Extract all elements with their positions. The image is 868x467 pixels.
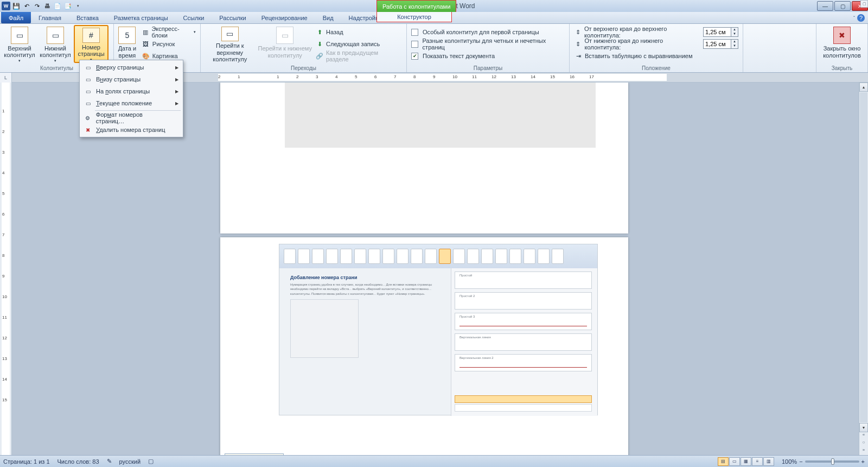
ruler-toggle-icon[interactable]: ▢ xyxy=(860,0,868,8)
spin-up-icon[interactable]: ▲ xyxy=(731,28,738,32)
date-time-button[interactable]: 5 Дата и время xyxy=(116,25,138,63)
web-layout-view-icon[interactable]: ▦ xyxy=(741,457,751,466)
different-first-page-checkbox[interactable]: Особый колонтитул для первой страницы xyxy=(409,26,567,38)
tab-review[interactable]: Рецензирование xyxy=(254,12,315,23)
tab-references[interactable]: Ссылки xyxy=(176,12,212,23)
group-label-navigation: Переходы xyxy=(203,65,404,72)
vertical-ruler[interactable]: 123456789101112131415 xyxy=(0,83,12,455)
menu-page-margins[interactable]: ▭На полях страницы▶ xyxy=(81,85,182,97)
link-previous-button: 🔗Как в предыдущем разделе xyxy=(313,50,404,62)
menu-bottom-of-page[interactable]: ▭Внизу страницы▶ xyxy=(81,73,182,85)
tab-home[interactable]: Главная xyxy=(31,12,69,23)
menu-format-page-numbers[interactable]: ⚙Формат номеров страниц… xyxy=(81,112,182,124)
footer-from-bottom-spinner[interactable]: ▲▼ xyxy=(703,39,738,49)
different-odd-even-checkbox[interactable]: Разные колонтитулы для четных и нечетных… xyxy=(409,38,567,50)
footer-from-bottom-input[interactable] xyxy=(703,39,731,49)
page-number-icon: # xyxy=(82,28,100,43)
scroll-up-icon[interactable]: ▲ xyxy=(859,83,868,92)
scroll-down-icon[interactable]: ▼ xyxy=(859,423,868,432)
spin-down-icon[interactable]: ▼ xyxy=(731,44,738,48)
zoom-level[interactable]: 100% xyxy=(782,458,797,465)
show-document-text-checkbox[interactable]: ✔Показать текст документа xyxy=(409,50,567,62)
link-previous-label: Как в предыдущем разделе xyxy=(326,49,402,62)
ribbon-minimize-icon[interactable]: ˇ xyxy=(853,15,855,21)
page-number-label: Номер страницы xyxy=(75,44,107,58)
picture-button[interactable]: 🖼Рисунок xyxy=(139,38,198,50)
full-screen-view-icon[interactable]: ▭ xyxy=(729,457,740,466)
checkbox-checked-icon: ✔ xyxy=(411,53,418,60)
header-button[interactable]: ▭ Верхний колонтитул▾ xyxy=(2,25,37,63)
view-buttons: ▤ ▭ ▦ ≡ ▥ xyxy=(718,457,774,466)
spin-up-icon[interactable]: ▲ xyxy=(731,40,738,44)
browse-prev-icon[interactable]: « xyxy=(859,432,868,440)
document-canvas[interactable]: Добавление номера страни Нумерация стран… xyxy=(12,83,859,455)
save-icon[interactable]: 💾 xyxy=(12,2,21,10)
footer-from-bottom-row: ⇕От нижнего края до нижнего колонтитула:… xyxy=(572,38,741,50)
document-page: Добавление номера страни Нумерация стран… xyxy=(220,237,628,455)
picture-label: Рисунок xyxy=(152,41,175,47)
title-bar: W 💾 ↶ ↷ 🖶 📄 📑 ▾ Документ1 - Microsoft Wo… xyxy=(0,0,868,12)
help-icon[interactable]: ? xyxy=(857,14,865,22)
zoom-slider[interactable] xyxy=(805,460,859,463)
status-bar: Страница: 1 из 1 Число слов: 83 ✎ русски… xyxy=(0,455,868,467)
tab-insert[interactable]: Вставка xyxy=(69,12,106,23)
tab-design-context[interactable]: Конструктор xyxy=(376,12,452,22)
browse-next-icon[interactable]: » xyxy=(859,447,868,455)
vertical-scrollbar[interactable]: ▲ ▼ « ○ » xyxy=(859,83,868,455)
header-from-top-input[interactable] xyxy=(703,27,731,37)
page-number-button[interactable]: # Номер страницы▾ xyxy=(74,25,108,63)
qat-dropdown-icon[interactable]: ▾ xyxy=(74,2,82,10)
minimize-button[interactable]: — xyxy=(817,1,833,11)
footer-area-tag: Нижний колонтитул xyxy=(225,453,284,455)
maximize-button[interactable]: ▢ xyxy=(834,1,851,11)
submenu-arrow-icon: ▶ xyxy=(175,65,178,70)
zoom-in-button[interactable]: + xyxy=(861,458,865,465)
spin-down-icon[interactable]: ▼ xyxy=(731,32,738,36)
draft-view-icon[interactable]: ▥ xyxy=(763,457,774,466)
goto-header-button[interactable]: ▭ Перейти к верхнему колонтитулу xyxy=(203,25,257,63)
macro-record-icon[interactable]: ▢ xyxy=(148,458,154,465)
page-top-icon: ▭ xyxy=(83,63,93,72)
previous-section-button[interactable]: ⬆Назад xyxy=(313,26,404,38)
undo-icon[interactable]: ↶ xyxy=(22,2,31,10)
remove-icon: ✖ xyxy=(83,125,93,134)
quick-parts-label: Экспресс-блоки xyxy=(151,26,192,39)
contextual-tab-group: Работа с колонтитулами xyxy=(376,0,456,12)
header-from-top-spinner[interactable]: ▲▼ xyxy=(703,27,738,37)
group-label-close: Закрыть xyxy=(819,65,865,72)
qat-icon[interactable]: 📄 xyxy=(53,2,62,10)
qat-icon[interactable]: 🖶 xyxy=(43,2,52,10)
status-words[interactable]: Число слов: 83 xyxy=(58,458,99,465)
submenu-arrow-icon: ▶ xyxy=(175,89,178,94)
menu-current-position[interactable]: ▭Текущее положение▶ xyxy=(81,97,182,109)
proofing-icon[interactable]: ✎ xyxy=(107,458,112,465)
next-section-button[interactable]: ⬇Следующая запись xyxy=(313,38,404,50)
zoom-out-button[interactable]: − xyxy=(799,458,802,465)
margin-top-icon: ⇕ xyxy=(574,28,582,36)
redo-icon[interactable]: ↷ xyxy=(33,2,41,10)
tab-view[interactable]: Вид xyxy=(315,12,341,23)
quick-access-toolbar: W 💾 ↶ ↷ 🖶 📄 📑 ▾ xyxy=(0,2,82,10)
page-bottom-icon: ▭ xyxy=(83,75,93,84)
browse-object-icon[interactable]: ○ xyxy=(859,440,868,447)
close-header-footer-button[interactable]: ✖ Закрыть окно колонтитулов xyxy=(819,25,865,63)
zoom-control: 100% − + xyxy=(782,458,865,465)
footer-button[interactable]: ▭ Нижний колонтитул▾ xyxy=(38,25,73,63)
word-app-icon[interactable]: W xyxy=(2,2,10,10)
status-language[interactable]: русский xyxy=(119,458,141,465)
qat-icon[interactable]: 📑 xyxy=(63,2,72,10)
format-icon: ⚙ xyxy=(83,113,93,122)
outline-view-icon[interactable]: ≡ xyxy=(752,457,763,466)
print-layout-view-icon[interactable]: ▤ xyxy=(718,457,729,466)
menu-top-of-page[interactable]: ▭Вверху страницы▶ xyxy=(81,61,182,73)
scroll-thumb[interactable] xyxy=(860,92,867,422)
tab-mailings[interactable]: Рассылки xyxy=(212,12,253,23)
tab-icon: ⇥ xyxy=(574,52,583,60)
tab-selector[interactable]: L xyxy=(0,73,12,83)
tab-file[interactable]: Файл xyxy=(1,12,31,23)
tab-page-layout[interactable]: Разметка страницы xyxy=(106,12,176,23)
quick-parts-button[interactable]: ▥Экспресс-блоки ▾ xyxy=(139,26,198,38)
status-page[interactable]: Страница: 1 из 1 xyxy=(3,458,50,465)
menu-remove-page-numbers[interactable]: ✖Удалить номера страниц xyxy=(81,124,182,136)
insert-alignment-tab-button[interactable]: ⇥Вставить табуляцию с выравниванием xyxy=(572,50,741,62)
